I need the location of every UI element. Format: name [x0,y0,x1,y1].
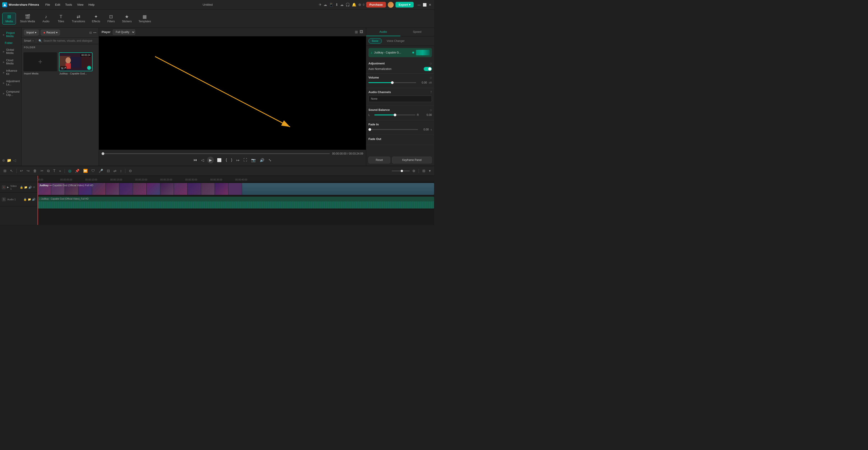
record-button[interactable]: ⏺ Record ▾ [41,30,60,35]
speed-ramp-icon[interactable]: ◎ [67,168,72,174]
add-credit-icon[interactable]: ⊕ [358,2,361,7]
tab-titles[interactable]: T Titles [54,13,68,24]
mark-out-button[interactable]: } [230,158,233,163]
play-button[interactable]: ▶ [207,157,214,163]
sound-balance-diamond-icon[interactable]: ◇ [430,108,432,112]
maximize-button[interactable]: ⬜ [423,3,426,7]
tab-audio[interactable]: ♪ Audio [39,13,53,24]
auto-norm-toggle[interactable] [424,67,432,71]
sidebar-item-compound-clip[interactable]: ▶ Compound Clip... [1,89,20,98]
volume-button[interactable]: 🔊 [259,158,265,163]
quality-dropdown[interactable]: Full Quality [113,29,135,35]
tab-audio-settings[interactable]: Audio [366,28,400,36]
volume-diamond-icon[interactable]: ◇ [430,76,432,79]
video-add-icon[interactable]: 📁 [24,186,28,189]
scrubber-handle[interactable] [102,152,104,155]
collapse-panel-icon[interactable]: ◁ [13,158,16,163]
multi-track-icon[interactable]: ⊞ [2,168,7,174]
keyframe-panel-button[interactable]: Keyframe Panel [392,157,432,163]
sticker-tool[interactable]: 📌 [74,168,81,174]
reset-button[interactable]: Reset [368,157,390,163]
more-tl[interactable]: ▾ [428,168,432,174]
clip-to-sequence-button[interactable]: ↦ [236,158,240,163]
mic-tool[interactable]: 🎤 [97,168,104,174]
text-tool[interactable]: T [52,168,57,174]
sidebar-item-project-media[interactable]: ▶ Project Media [1,30,20,39]
menu-view[interactable]: View [75,2,86,7]
import-media-item[interactable]: + Import Media [23,52,57,75]
video-clip-block[interactable]: Judikay — Capable God (Official Video) F… [37,183,434,195]
video-clip-thumb[interactable]: 00:03:24 📷🎤 ✓ [59,52,93,71]
menu-help[interactable]: Help [86,2,97,7]
tab-templates[interactable]: ▦ Templates [136,13,154,24]
scrubber-track[interactable] [102,153,330,154]
headphone-icon[interactable]: 🎧 [345,2,350,7]
menu-file[interactable]: File [43,2,52,7]
filter-icon[interactable]: ⊟ [89,31,92,34]
undo-button[interactable]: ↩ [19,168,24,174]
fast-forward-tool[interactable]: ⏩ [82,168,89,174]
audio-voice-changer-tab[interactable]: Voice Changer [383,38,408,44]
video-lock-icon[interactable]: 🔒 [20,186,23,189]
audio-add-icon[interactable]: 📁 [28,198,31,201]
close-button[interactable]: ✕ [428,3,432,7]
search-input[interactable] [43,39,96,43]
fade-in-track[interactable] [368,129,418,130]
cloud-icon[interactable]: ☁ [323,2,327,7]
menu-edit[interactable]: Edit [53,2,62,7]
sidebar-item-cloud-media[interactable]: ▶ Cloud Media [1,57,20,66]
settings-button[interactable]: ⤡ [268,158,272,163]
video-volume-icon[interactable]: 🔊 [28,186,32,189]
track-tool[interactable]: ⊟ [106,168,111,174]
tab-effects[interactable]: ✦ Effects [89,13,103,24]
snapshot-button[interactable]: 📷 [250,158,257,163]
tab-media[interactable]: ⊞ Media [2,13,16,25]
export-button[interactable]: Export ▾ [396,2,414,7]
sound-balance-handle[interactable] [394,114,396,116]
zoom-slider[interactable] [392,170,410,171]
copy-button[interactable]: ⧉ [46,168,51,174]
stop-button[interactable]: ⬜ [216,158,222,163]
grid-view-tl[interactable]: ⊞ [421,168,426,174]
fullscreen-button[interactable]: ⛶ [243,158,248,163]
tab-speed-settings[interactable]: Speed [400,28,434,36]
pointer-tool[interactable]: ↖ [9,168,14,174]
more-options-icon[interactable]: ••• [93,31,96,34]
image-view-icon[interactable]: 🖼 [360,30,363,34]
sidebar-item-folder[interactable]: Folder [1,40,20,46]
timeline-ruler[interactable]: 00:00 00:00:05:00 00:00:10:00 00:00:15:0… [37,176,434,182]
menu-tools[interactable]: Tools [63,2,74,7]
delete-button[interactable]: 🗑 [32,168,38,174]
folder-icon[interactable]: 📁 [7,158,11,163]
avatar-icon[interactable] [388,2,394,8]
audio-vol-icon[interactable]: 🔊 [32,198,35,201]
audio-lock-icon[interactable]: 🔒 [23,198,27,201]
volume-slider-handle[interactable] [391,81,394,84]
tab-transitions[interactable]: ⇄ Transitions [69,13,88,24]
tab-stock-media[interactable]: 🎬 Stock Media [17,13,38,24]
volume-slider-track[interactable] [368,82,416,83]
audio-basic-tab[interactable]: Basic [368,38,382,44]
audio-channels-dropdown[interactable]: None Stereo Mono Left Mono Right [368,95,432,102]
import-media-thumb[interactable]: + [23,52,57,71]
sidebar-item-adjustment[interactable]: ▶ Adjustment La... [1,78,20,87]
video-clip-item[interactable]: 00:03:24 📷🎤 ✓ Judikay - Capable God... [59,52,93,75]
expand-tool[interactable]: » [58,168,62,174]
zoom-out-button[interactable]: ⊖ [128,168,133,174]
skip-back-button[interactable]: ⏮ [192,158,198,163]
sound-balance-track[interactable] [374,114,415,115]
add-folder-icon[interactable]: ⊕ [2,158,5,163]
import-button[interactable]: Import ▾ [24,30,39,35]
effect-tool[interactable]: ↕ [119,168,123,174]
phone-icon[interactable]: 📱 [329,2,334,7]
minimize-button[interactable]: — [417,3,421,7]
frame-back-button[interactable]: ◁ [200,158,205,163]
tab-stickers[interactable]: ★ Stickers [119,13,134,24]
sidebar-item-global-media[interactable]: ▶ Global Media [1,47,20,56]
help-icon[interactable]: ? [430,91,432,94]
grid-view-icon[interactable]: ⊞ [355,30,358,34]
cut-button[interactable]: ✂ [39,168,44,174]
sidebar-item-influence-kit[interactable]: ▶ Influence Kit [1,68,20,77]
smart-dropdown-label[interactable]: Smart [24,39,31,43]
mark-in-button[interactable]: { [225,158,228,163]
